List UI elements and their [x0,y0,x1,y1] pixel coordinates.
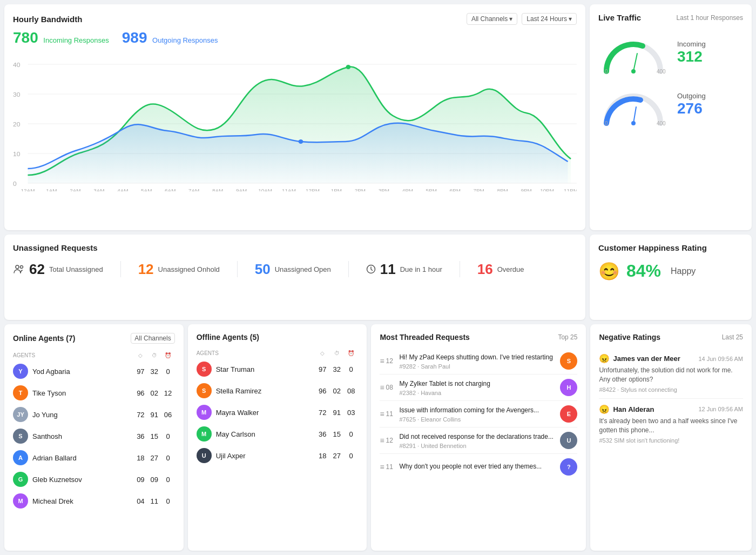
rating-header: 😠 Han Alderan 12 Jun 09:56 AM [599,404,743,414]
svg-point-10 [346,65,351,69]
thread-info: Hi! My zPad Keeps shutting down. I've tr… [399,353,556,370]
negative-ratings-badge: Last 25 [722,333,743,341]
rating-ticket: #8422 · Stylus not connecting [599,386,743,393]
incoming-gauge-item: 0 400 Incoming 312 [598,31,743,74]
svg-text:1AM: 1AM [46,188,57,191]
svg-text:10: 10 [13,151,20,157]
overdue-stat: 16 Overdue [477,261,524,278]
negative-ratings-card: Negative Ratings Last 25 😠 James van der… [590,324,752,551]
rating-ticket: #532 SIM slot isn't functioning! [599,437,743,444]
svg-text:11PM: 11PM [564,188,577,191]
table-row: S Stella Ramirez 96 02 08 [197,380,359,402]
live-traffic-title: Live Traffic [598,13,641,22]
bottom-row: Online Agents (7) All Channels AGENTS ◇ … [4,324,752,551]
rating-time: 12 Jun 09:56 AM [698,406,743,412]
sad-icon: 😠 [599,404,610,414]
hourly-bandwidth-title: Hourly Bandwidth [13,15,82,24]
most-threaded-title: Most Threaded Requests [380,333,469,342]
svg-point-37 [631,69,636,73]
svg-text:6AM: 6AM [165,188,176,191]
offline-agents-title: Offline Agents (5) [197,333,259,342]
onhold-stat: 12 Unassigned Onhold [138,261,220,278]
unassigned-requests-card: Unassigned Requests 62 Total Unassigned … [4,235,585,320]
svg-text:5PM: 5PM [426,188,437,191]
agent-name: T Tike Tyson [13,385,134,400]
agent-name: U Ujil Axper [197,448,315,463]
agent-name: M Micheal Drek [13,493,134,509]
all-channels-filter[interactable]: All Channels ▾ [467,13,517,25]
offline-col1: ◇ [315,348,329,358]
agent-name: S Santhosh [13,429,134,444]
svg-line-36 [633,54,637,71]
svg-text:6PM: 6PM [450,188,461,191]
thread-title: Why don't you people not ever tried any … [399,462,556,471]
negative-ratings-title: Negative Ratings [599,333,660,342]
thread-info: Did not received response for the declar… [399,432,556,449]
avatar: T [13,385,28,400]
rating-name: James van der Meer [613,355,680,363]
live-traffic-card: Live Traffic Last 1 hour Responses [590,4,752,230]
svg-text:10PM: 10PM [540,188,554,191]
table-row: U Ujil Axper 18 27 0 [197,445,359,466]
online-agents-filter[interactable]: All Channels [131,333,174,344]
col3-header: ⏰ [161,350,174,360]
outgoing-gauge-item: 0 400 Outgoing 276 [598,83,743,126]
time-range-filter[interactable]: Last 24 Hours ▾ [522,13,577,25]
svg-text:11AM: 11AM [282,188,296,191]
svg-text:8AM: 8AM [212,188,223,191]
offline-col3: ⏰ [344,348,358,358]
rating-header: 😠 James van der Meer 14 Jun 09:56 AM [599,353,743,364]
thread-title: Did not received response for the declar… [399,432,556,442]
svg-text:0: 0 [13,180,17,186]
svg-text:2PM: 2PM [355,188,366,191]
list-item: ≡ 12 Hi! My zPad Keeps shutting down. I'… [380,348,577,375]
table-row: Y Yod Agbaria 97 32 0 [13,360,175,382]
thread-avatar: U [560,432,577,449]
svg-text:7PM: 7PM [474,188,484,191]
agent-name: JY Jo Yung [13,407,134,422]
svg-text:12AM: 12AM [21,188,35,191]
table-row: G Gleb Kuznetsov 09 09 0 [13,469,175,490]
agent-name: M Mayra Walker [197,405,315,420]
agent-name: S Stella Ramirez [197,383,315,398]
agent-name: A Adrian Ballard [13,450,134,465]
avatar: U [197,448,212,463]
svg-text:8PM: 8PM [497,188,508,191]
agents-col-header: AGENTS [13,350,134,360]
happiness-content: 😊 84% Happy [598,261,743,282]
avatar: S [197,362,212,377]
rating-text: It's already been two and a half weeks s… [599,417,743,435]
sad-icon: 😠 [599,353,610,364]
avatar: M [197,426,212,442]
incoming-gauge-label: Incoming 312 [677,40,706,65]
thread-avatar: H [560,379,577,396]
svg-text:4AM: 4AM [117,188,128,191]
svg-text:40: 40 [13,62,20,68]
unassigned-stats: 62 Total Unassigned 12 Unassigned Onhold… [13,261,577,278]
thread-info: My Zylker Tablet is not charging #2382 ·… [399,379,556,396]
svg-text:400: 400 [657,69,666,74]
open-stat: 50 Unassigned Open [255,261,331,278]
svg-line-40 [633,107,636,123]
list-item: ≡ 08 My Zylker Tablet is not charging #2… [380,375,577,401]
online-agents-title: Online Agents (7) [13,334,75,343]
bandwidth-chart: 0 10 20 30 40 [13,51,577,191]
table-row: M Micheal Drek 04 11 0 [13,490,175,512]
outgoing-gauge-label: Outgoing 276 [677,92,706,117]
svg-text:20: 20 [13,121,20,127]
svg-text:400: 400 [657,121,666,126]
outgoing-stat: 989 Outgoing Responses [122,29,218,46]
thread-meta: #7625 · Eleanor Collins [399,416,556,423]
table-row: M Mayra Walker 72 91 03 [197,402,359,423]
people-icon [13,263,25,275]
avatar: S [197,383,212,398]
thread-count: ≡ 12 [380,436,395,445]
svg-point-41 [631,121,636,125]
thread-meta: #8291 · United Bennetion [399,443,556,449]
list-item: ≡ 11 Why don't you people not ever tried… [380,454,577,480]
svg-text:30: 30 [13,91,20,97]
thread-meta: #2382 · Havana [399,390,556,396]
avatar: M [197,405,212,420]
avatar: Y [13,364,28,379]
table-row: M May Carlson 36 15 0 [197,423,359,445]
